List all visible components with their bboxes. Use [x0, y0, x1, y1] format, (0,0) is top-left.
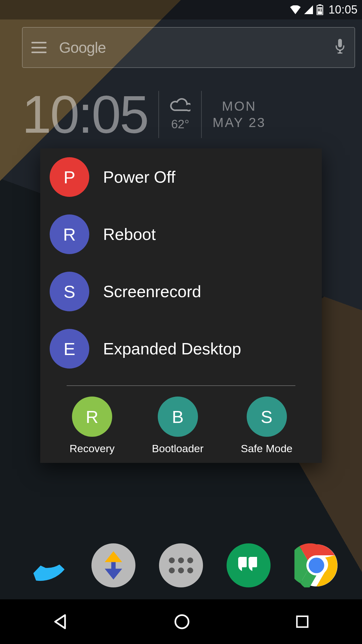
wifi-icon [290, 5, 301, 14]
power-menu-item-recovery[interactable]: R Recovery [69, 397, 115, 455]
svg-point-10 [187, 558, 193, 564]
svg-marker-7 [105, 562, 122, 580]
svg-point-13 [187, 568, 193, 574]
power-menu-item-reboot[interactable]: R Reboot [40, 206, 322, 263]
expanded-desktop-icon: E [50, 329, 89, 369]
power-menu-item-expanded-desktop[interactable]: E Expanded Desktop [40, 320, 322, 377]
cellular-icon [304, 5, 313, 14]
svg-point-8 [169, 558, 175, 564]
chrome-app-icon[interactable] [294, 543, 338, 587]
google-search-bar[interactable]: Google [22, 27, 355, 68]
hamburger-icon[interactable] [31, 42, 47, 53]
widget-divider [158, 91, 159, 138]
reboot-icon: R [50, 214, 89, 254]
hangouts-app-icon[interactable] [227, 543, 271, 587]
svg-point-11 [169, 568, 175, 574]
svg-point-17 [175, 615, 189, 628]
power-menu-label: Recovery [69, 442, 115, 455]
widget-date-day: MON [212, 98, 266, 115]
svg-rect-18 [297, 616, 308, 627]
power-menu-item-bootloader[interactable]: B Bootloader [152, 397, 203, 455]
google-logo: Google [59, 39, 106, 56]
navigation-bar [0, 599, 362, 644]
app-drawer-icon[interactable] [159, 543, 203, 587]
widget-date-md: MAY 23 [212, 114, 266, 131]
svg-rect-3 [338, 39, 342, 47]
power-menu-item-screenrecord[interactable]: S Screenrecord [40, 263, 322, 320]
nav-back-icon[interactable] [52, 613, 69, 630]
nav-recents-icon[interactable] [294, 614, 310, 630]
mic-icon[interactable] [334, 39, 346, 56]
cloud-icon [170, 98, 190, 113]
widget-date: MON MAY 23 [212, 98, 266, 131]
power-menu-item-power-off[interactable]: P Power Off [40, 148, 322, 206]
battery-pct: 81 [316, 8, 323, 12]
power-menu-dialog: P Power Off R Reboot S Screenrecord E Ex… [40, 148, 322, 463]
recovery-icon: R [72, 397, 112, 437]
power-menu-label: Power Off [103, 168, 175, 186]
safe-mode-icon: S [247, 397, 287, 437]
clock-weather-widget[interactable]: 10:05 62° MON MAY 23 [22, 88, 337, 141]
power-off-icon: P [50, 157, 89, 197]
bootloader-icon: B [158, 397, 198, 437]
svg-point-9 [178, 558, 184, 564]
power-menu-item-safe-mode[interactable]: S Safe Mode [241, 397, 292, 455]
power-menu-divider [67, 386, 295, 386]
app-icon[interactable] [91, 543, 135, 587]
power-menu-label: Expanded Desktop [103, 339, 241, 358]
status-bar: 81 10:05 [0, 0, 362, 19]
clock-time: 10:05 [22, 88, 148, 141]
screenrecord-icon: S [50, 272, 89, 311]
power-menu-label: Reboot [103, 225, 156, 244]
svg-point-16 [309, 558, 324, 573]
weather-temperature: 62° [171, 118, 189, 131]
dock [0, 534, 362, 597]
phone-app-icon[interactable] [24, 543, 68, 587]
battery-icon: 81 [316, 4, 323, 15]
power-menu-label: Bootloader [152, 442, 203, 455]
nav-home-icon[interactable] [173, 613, 191, 630]
widget-divider [201, 91, 202, 138]
power-menu-label: Screenrecord [103, 282, 201, 301]
svg-rect-1 [319, 4, 321, 5]
svg-point-12 [178, 568, 184, 574]
status-time: 10:05 [328, 3, 358, 16]
power-menu-label: Safe Mode [241, 442, 292, 455]
